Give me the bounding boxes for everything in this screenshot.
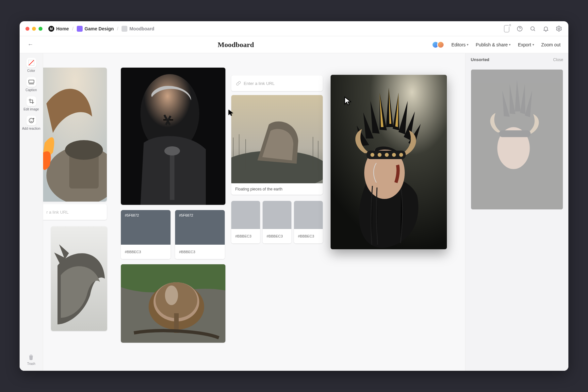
- crumb-home[interactable]: M Home: [48, 26, 69, 32]
- swatch-top: #5F6872: [121, 210, 171, 245]
- titlebar-right: [503, 25, 563, 32]
- color-swatch-card-1[interactable]: #5F6872#BBBEC3: [121, 210, 171, 259]
- unsorted-close-button[interactable]: Close: [553, 57, 563, 62]
- tool-editimg-label: Edit image: [24, 107, 39, 111]
- mini-swatch-2[interactable]: #BBBEC3: [263, 201, 291, 243]
- pagebar: ← Moodboard Editors▾ Publish & share▾ Ex…: [20, 36, 568, 53]
- svg-point-2: [531, 26, 534, 30]
- svg-point-7: [32, 120, 32, 120]
- mini-swatch-label: #BBBEC3: [294, 229, 323, 243]
- swatch-top: #5F6872: [175, 210, 225, 245]
- svg-point-11: [65, 140, 103, 160]
- back-button[interactable]: ←: [27, 41, 40, 48]
- svg-point-16: [164, 146, 180, 155]
- svg-point-36: [392, 153, 396, 157]
- moodboard-canvas[interactable]: r a link URL #5F6872#BBBEC3 #5F6872#BBBE…: [43, 53, 465, 371]
- breadcrumb: M Home / Game Design / Moodboard: [48, 26, 154, 32]
- zoom-out-button[interactable]: Zoom out: [541, 42, 561, 47]
- crumb-home-label: Home: [56, 26, 69, 31]
- link-url-input[interactable]: Enter a link URL: [231, 75, 323, 91]
- trash-icon: [27, 353, 35, 361]
- svg-point-3: [558, 28, 560, 29]
- tool-color-label: Color: [27, 69, 35, 73]
- image-card-rock[interactable]: Floating pieces of the earth: [231, 95, 323, 195]
- link-placeholder-partial: r a link URL: [46, 210, 69, 215]
- publish-share-dropdown[interactable]: Publish & share▾: [476, 42, 511, 47]
- color-swatch-card-2[interactable]: #5F6872#BBBEC3: [175, 210, 225, 259]
- unsorted-ghost-card[interactable]: [471, 69, 563, 210]
- image-card-dragon-castle[interactable]: [43, 68, 107, 202]
- tool-caption[interactable]: Caption: [25, 77, 37, 92]
- mini-swatch-1[interactable]: #BBBEC3: [231, 201, 260, 243]
- editor-avatars[interactable]: [432, 41, 444, 48]
- image-card-elder-warrior[interactable]: [121, 68, 225, 205]
- project-icon: [77, 26, 83, 32]
- svg-rect-4: [29, 80, 34, 83]
- window-traffic-lights: [25, 27, 42, 31]
- tool-caption-label: Caption: [25, 88, 37, 92]
- svg-point-6: [30, 120, 31, 120]
- mini-swatch-label: #BBBEC3: [263, 229, 291, 243]
- swatch-bottom: #BBBEC3: [121, 245, 171, 259]
- chevron-down-icon: ▾: [509, 43, 511, 46]
- crop-icon: [26, 96, 36, 106]
- tool-reaction-label: Add reaction: [22, 127, 40, 130]
- unsorted-title: Unsorted: [471, 57, 489, 62]
- svg-point-1: [519, 30, 520, 30]
- crumb-sep: /: [117, 26, 118, 31]
- tool-color[interactable]: Color: [26, 58, 36, 73]
- search-icon[interactable]: [529, 25, 536, 32]
- reaction-icon: [26, 116, 36, 125]
- image-card-helmet[interactable]: [121, 264, 225, 343]
- cursor-icon-secondary: [228, 109, 235, 116]
- svg-point-5: [29, 118, 34, 123]
- svg-rect-40: [499, 130, 531, 137]
- mini-swatch-3[interactable]: #BBBEC3: [294, 201, 323, 243]
- crumb-page[interactable]: Moodboard: [122, 26, 154, 32]
- crumb-project-label: Game Design: [85, 26, 114, 31]
- notifications-icon[interactable]: [542, 25, 549, 32]
- color-icon: [26, 58, 36, 68]
- swatch-bottom: #BBBEC3: [175, 245, 225, 259]
- publish-label: Publish & share: [476, 42, 508, 47]
- close-window-icon[interactable]: [25, 27, 29, 31]
- minimize-window-icon[interactable]: [32, 27, 36, 31]
- editors-label: Editors: [451, 42, 466, 47]
- rock-caption: Floating pieces of the earth: [231, 183, 323, 195]
- home-icon: M: [48, 26, 54, 32]
- link-icon: [236, 81, 241, 86]
- zoomout-label: Zoom out: [541, 42, 561, 47]
- crumb-sep: /: [72, 26, 74, 31]
- tool-add-reaction[interactable]: Add reaction: [22, 116, 40, 130]
- link-url-input-partial[interactable]: r a link URL: [43, 204, 107, 220]
- trash-button[interactable]: Trash: [27, 353, 35, 366]
- svg-rect-15: [170, 151, 174, 200]
- export-label: Export: [518, 42, 531, 47]
- help-icon[interactable]: [516, 25, 523, 32]
- mobile-preview-icon[interactable]: [503, 25, 510, 32]
- maximize-window-icon[interactable]: [39, 27, 42, 31]
- image-card-dragon-statue[interactable]: [51, 226, 107, 331]
- page-title-wrap: Moodboard: [40, 41, 432, 49]
- mini-swatch-label: #BBBEC3: [231, 229, 260, 243]
- app-window: M Home / Game Design / Moodboard: [20, 21, 568, 371]
- page-icon: [122, 26, 127, 32]
- page-title: Moodboard: [218, 41, 254, 49]
- chevron-down-icon: ▾: [532, 43, 534, 46]
- link-placeholder: Enter a link URL: [244, 81, 275, 86]
- svg-point-35: [385, 153, 389, 157]
- crumb-project[interactable]: Game Design: [77, 26, 114, 32]
- left-toolbar: Color Caption Edit image Add reaction Tr…: [20, 53, 43, 371]
- trash-label: Trash: [27, 362, 35, 366]
- titlebar: M Home / Game Design / Moodboard: [20, 21, 568, 36]
- unsorted-panel: Unsorted Close: [465, 53, 568, 371]
- caption-icon: [26, 77, 36, 87]
- page-actions: Editors▾ Publish & share▾ Export▾ Zoom o…: [432, 41, 561, 48]
- unsorted-body[interactable]: [466, 66, 568, 371]
- settings-icon[interactable]: [555, 25, 563, 32]
- export-dropdown[interactable]: Export▾: [518, 42, 534, 47]
- svg-point-21: [165, 286, 178, 305]
- body: Color Caption Edit image Add reaction Tr…: [20, 53, 568, 371]
- editors-dropdown[interactable]: Editors▾: [451, 42, 469, 47]
- tool-edit-image[interactable]: Edit image: [24, 96, 39, 111]
